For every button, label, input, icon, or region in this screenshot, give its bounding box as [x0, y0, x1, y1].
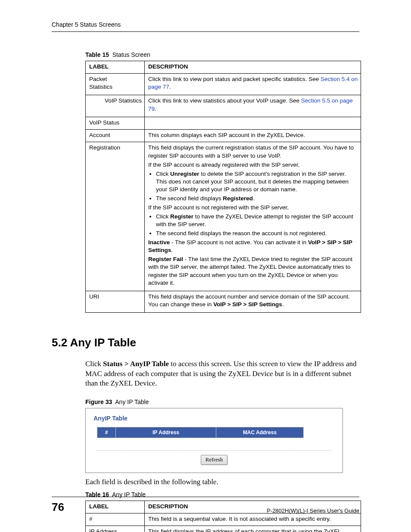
cell-label: VoIP Statistics	[86, 95, 145, 117]
figure33-caption: Figure 33 Any IP Table	[52, 398, 359, 406]
anyip-header-row: # IP Address MAC Address	[97, 427, 304, 438]
table-row: Packet Statistics Click this link to vie…	[86, 74, 361, 95]
list-item: The second field displays the reason the…	[156, 230, 358, 237]
figure33-panel-title: AnyIP Table	[93, 414, 335, 423]
table15-caption: Table 15 Status Screen	[52, 51, 359, 59]
cell-label: #	[86, 513, 145, 526]
anyip-empty-row	[97, 438, 331, 451]
guide-name: P-2802H(W)(L)-I Series User's Guide	[267, 507, 359, 515]
list-item: Click Unregister to delete the SIP accou…	[156, 170, 358, 194]
anyip-col-mac: MAC Address	[216, 427, 304, 438]
table-row: VoIP Status	[86, 117, 361, 129]
cell-desc: This field displays the account number a…	[145, 291, 361, 313]
cell-desc: Click this link to view statistics about…	[145, 95, 361, 117]
section-heading: 5.2 Any IP Table	[52, 335, 359, 350]
cell-desc: This field is a sequential value. It is …	[145, 513, 361, 526]
table15-th-label: LABEL	[86, 61, 145, 73]
cell-label: URI	[86, 291, 145, 313]
table15-header-row: LABEL DESCRIPTION	[86, 61, 361, 73]
page-footer: 76 P-2802H(W)(L)-I Series User's Guide	[52, 497, 359, 515]
table-row: VoIP Statistics Click this link to view …	[86, 95, 361, 117]
running-header: Chapter 5 Status Screens	[52, 21, 359, 32]
cell-desc: This field displays the current registra…	[145, 142, 361, 291]
after-figure-text: Each field is described in the following…	[52, 477, 359, 487]
list-item: The second field displays Registered.	[156, 195, 358, 202]
cell-label: VoIP Status	[86, 117, 145, 129]
cell-desc: This column displays each SIP account in…	[145, 130, 361, 142]
list-item: Click Register to have the ZyXEL Device …	[156, 213, 358, 228]
cell-label: Account	[86, 130, 145, 142]
refresh-button[interactable]: Refresh	[201, 455, 227, 465]
table-row: IP Address This field displays the IP ad…	[86, 526, 361, 532]
anyip-col-ip: IP Address	[116, 427, 216, 438]
cell-desc	[145, 117, 361, 129]
table15-caption-label: Table 15	[85, 51, 109, 58]
anyip-table: # IP Address MAC Address	[97, 427, 304, 438]
cell-label: Packet Statistics	[86, 74, 145, 95]
table15: LABEL DESCRIPTION Packet Statistics Clic…	[85, 61, 361, 313]
cell-desc: Click this link to view port status and …	[145, 74, 361, 95]
anyip-col-num: #	[97, 427, 116, 438]
cell-label: Registration	[86, 142, 145, 291]
page-number: 76	[52, 500, 64, 515]
table15-th-desc: DESCRIPTION	[145, 61, 361, 73]
table-row: URI This field displays the account numb…	[86, 291, 361, 313]
table-row: Registration This field displays the cur…	[86, 142, 361, 291]
section-body: Click Status > AnyIP Table to access thi…	[52, 359, 359, 389]
cell-desc: This field displays the IP address of ea…	[145, 526, 361, 532]
figure33-panel: AnyIP Table # IP Address MAC Address Ref…	[85, 408, 343, 473]
cell-label: IP Address	[86, 526, 145, 532]
table-row: # This field is a sequential value. It i…	[86, 513, 361, 526]
table-row: Account This column displays each SIP ac…	[86, 130, 361, 142]
table15-caption-text: Status Screen	[112, 51, 150, 58]
